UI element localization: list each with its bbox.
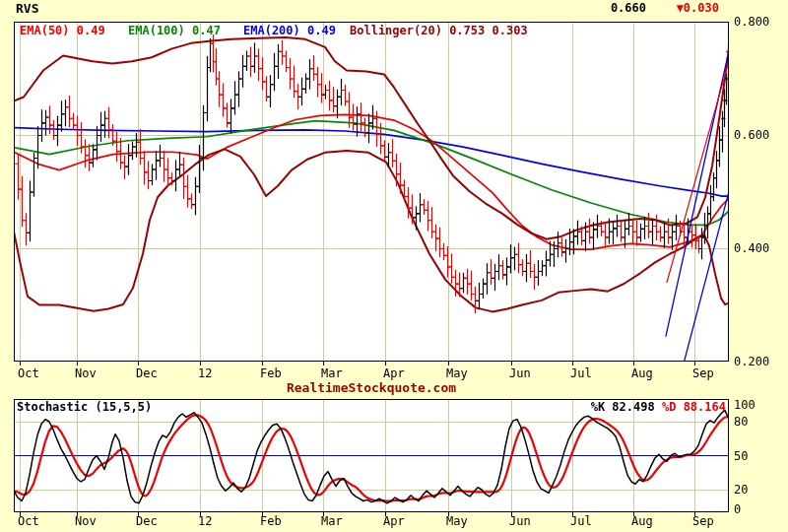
stoch-y-axis-label: 20 xyxy=(734,484,748,497)
main-y-axis-label: 0.800 xyxy=(734,16,769,29)
stoch-x-axis-label: Aug xyxy=(631,515,653,528)
stochastic-readout: %K 82.498 %D 88.164 xyxy=(433,401,726,414)
stoch-d-label: %D xyxy=(662,400,676,414)
legend-item-ema100: EMA(100) 0.47 xyxy=(128,25,221,37)
main-x-axis-label: Apr xyxy=(383,367,405,380)
stoch-k-value: 82.498 xyxy=(612,400,654,414)
main-x-axis-label: May xyxy=(446,367,468,380)
main-x-axis-label: Sep xyxy=(692,367,714,380)
main-y-axis-label: 0.200 xyxy=(734,356,769,368)
stoch-k-label: %K xyxy=(591,400,605,414)
stock-chart-page: { "header": { "symbol": "RVS", "last_pri… xyxy=(0,0,788,532)
price-change: ▼0.030 xyxy=(666,2,719,15)
price-and-stochastic-chart-canvas xyxy=(0,0,788,532)
watermark-text: RealtimeStockquote.com xyxy=(14,381,729,394)
stoch-x-axis-label: Sep xyxy=(692,515,714,528)
last-price: 0.660 xyxy=(591,2,646,15)
stoch-x-axis-label: Jun xyxy=(509,515,531,528)
stochastic-title: Stochastic (15,5,5) xyxy=(17,401,152,414)
main-x-axis-label: Jul xyxy=(570,367,592,380)
main-x-axis-label: Mar xyxy=(321,367,343,380)
ticker-symbol: RVS xyxy=(16,2,38,15)
main-x-axis-label: Oct xyxy=(18,367,39,380)
legend-item-bollinger20: Bollinger(20) 0.753 0.303 xyxy=(350,25,528,37)
stoch-x-axis-label: Apr xyxy=(383,515,405,528)
main-x-axis-label: Jun xyxy=(509,367,531,380)
stoch-x-axis-label: Oct xyxy=(18,515,39,528)
main-y-axis-label: 0.400 xyxy=(734,242,769,255)
legend-item-ema50: EMA(50) 0.49 xyxy=(20,25,105,37)
stoch-y-axis-label: 100 xyxy=(734,399,755,412)
main-x-axis-label: Dec xyxy=(136,367,158,380)
main-x-axis-label: Feb xyxy=(260,367,282,380)
main-x-axis-label: 12 xyxy=(198,367,212,380)
stoch-x-axis-label: Jul xyxy=(570,515,592,528)
main-x-axis-label: Nov xyxy=(75,367,97,380)
main-y-axis-label: 0.600 xyxy=(734,129,769,142)
stoch-x-axis-label: Mar xyxy=(321,515,343,528)
stoch-y-axis-label: 0 xyxy=(734,503,741,516)
stoch-d-value: 88.164 xyxy=(684,400,726,414)
stoch-y-axis-label: 50 xyxy=(734,450,748,463)
stoch-x-axis-label: Dec xyxy=(136,515,158,528)
legend-item-ema200: EMA(200) 0.49 xyxy=(243,25,336,37)
stoch-x-axis-label: May xyxy=(446,515,468,528)
main-x-axis-label: Aug xyxy=(631,367,653,380)
stoch-y-axis-label: 80 xyxy=(734,416,748,429)
stoch-x-axis-label: Nov xyxy=(75,515,97,528)
stoch-x-axis-label: 12 xyxy=(198,515,212,528)
stoch-x-axis-label: Feb xyxy=(260,515,282,528)
